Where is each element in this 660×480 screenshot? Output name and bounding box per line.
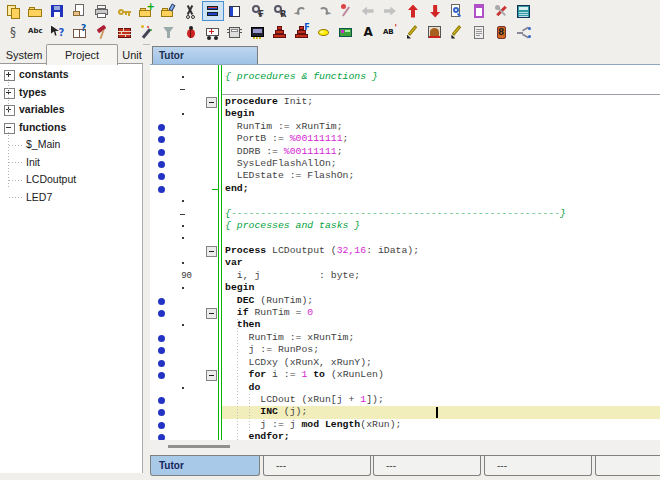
code-line[interactable]: begin xyxy=(150,108,660,120)
calculator-icon[interactable] xyxy=(512,1,534,21)
fold-collapse-icon[interactable] xyxy=(206,97,217,108)
pin-icon[interactable] xyxy=(335,1,357,21)
tree-item-$_Main[interactable]: $_Main xyxy=(0,136,140,154)
code-line[interactable]: j := j mod Length(xRun); xyxy=(150,419,660,431)
arch-window-icon[interactable] xyxy=(424,22,446,42)
tab-system[interactable]: System xyxy=(2,46,46,64)
speaker-icon[interactable]: 8 xyxy=(490,22,512,42)
code-line[interactable]: procedure Init; xyxy=(150,96,660,108)
expand-icon[interactable] xyxy=(4,105,15,116)
print-icon[interactable] xyxy=(91,1,113,21)
tree-item-functions[interactable]: functions xyxy=(0,119,140,137)
bottom-tab-empty[interactable] xyxy=(595,456,660,476)
doc-preview-icon[interactable] xyxy=(446,1,468,21)
magic-wand-icon[interactable] xyxy=(135,22,157,42)
undo-icon[interactable]: ◄ xyxy=(290,1,312,21)
eprom-icon[interactable] xyxy=(224,22,246,42)
tools-icon[interactable] xyxy=(490,1,512,21)
tab-unit[interactable]: Unit xyxy=(115,46,149,64)
tree-item-LCDoutput[interactable]: LCDoutput xyxy=(0,171,140,189)
fold-collapse-icon[interactable] xyxy=(206,246,217,257)
clamp-icon[interactable]: § xyxy=(2,22,24,42)
tree-item-constants[interactable]: constants xyxy=(0,66,140,84)
expand-icon[interactable] xyxy=(4,70,15,81)
code-line[interactable]: RunTim := xRunTim; xyxy=(150,121,660,133)
code-line[interactable]: { procedures & functions } xyxy=(150,71,660,83)
code-line[interactable]: DDRB := %00111111; xyxy=(150,146,660,158)
tree-item-Init[interactable]: Init xyxy=(0,154,140,172)
spellcheck-icon[interactable]: Abc xyxy=(24,22,46,42)
code-line[interactable] xyxy=(150,195,660,207)
tree-item-LED7[interactable]: LED7 xyxy=(0,189,140,207)
save-icon[interactable] xyxy=(46,1,68,21)
code-line[interactable]: Process LCDoutput (32,16: iData); xyxy=(150,245,660,257)
hammer-icon[interactable] xyxy=(91,22,113,42)
pen2-icon[interactable] xyxy=(446,22,468,42)
code-line[interactable]: if RunTim = 0 xyxy=(150,307,660,319)
brick-wall-icon[interactable] xyxy=(113,22,135,42)
tab-tutor[interactable]: Tutor xyxy=(152,46,258,64)
code-line[interactable]: do xyxy=(150,382,660,394)
font-a-icon[interactable]: A xyxy=(357,22,379,42)
fold-collapse-icon[interactable] xyxy=(206,370,217,381)
scrollbar-thumb[interactable] xyxy=(168,445,230,448)
open-folder-icon[interactable] xyxy=(24,1,46,21)
code-line[interactable]: SysLedFlashAllOn; xyxy=(150,158,660,170)
arrow-down-icon[interactable] xyxy=(424,1,446,21)
code-line[interactable] xyxy=(150,232,660,244)
led-yellow-icon[interactable] xyxy=(313,22,335,42)
horizontal-scrollbar[interactable] xyxy=(150,440,660,455)
pen-icon[interactable] xyxy=(401,22,423,42)
lcd-green-icon[interactable] xyxy=(335,22,357,42)
replace-icon[interactable]: R xyxy=(268,1,290,21)
code-line[interactable]: begin xyxy=(150,282,660,294)
code-line[interactable]: INC (j); xyxy=(150,406,660,418)
tree-item-variables[interactable]: variables xyxy=(0,101,140,119)
cut-icon[interactable] xyxy=(180,1,202,21)
key-icon[interactable] xyxy=(113,1,135,21)
tree-item-types[interactable]: types xyxy=(0,84,140,102)
code-line[interactable]: { processes and tasks } xyxy=(150,220,660,232)
window-vertical-icon[interactable] xyxy=(224,1,246,21)
tab-project[interactable]: Project xyxy=(46,44,118,65)
brick-steps-f-icon[interactable]: F xyxy=(290,22,312,42)
code-line[interactable]: LCDout (xRun[j + 1]); xyxy=(150,394,660,406)
folder-add-icon[interactable]: + xyxy=(135,1,157,21)
brick-steps-icon[interactable] xyxy=(268,22,290,42)
redo-icon[interactable]: ► xyxy=(313,1,335,21)
notepad-icon[interactable] xyxy=(468,22,490,42)
bottom-tab----[interactable]: --- xyxy=(373,456,481,476)
arrow-left-icon[interactable] xyxy=(357,1,379,21)
help-book-icon[interactable]: ? xyxy=(69,22,91,42)
code-area[interactable]: { procedures & functions }procedure Init… xyxy=(150,65,660,440)
arrow-up-icon[interactable] xyxy=(401,1,423,21)
code-line[interactable]: end; xyxy=(150,183,660,195)
fork-connector-icon[interactable] xyxy=(512,22,534,42)
bottom-tab----[interactable]: --- xyxy=(484,456,592,476)
code-line[interactable]: DEC (RunTim); xyxy=(150,295,660,307)
find-icon[interactable]: F xyxy=(246,1,268,21)
window-tile-icon[interactable] xyxy=(202,1,224,21)
code-line[interactable]: LEDstate := FlashOn; xyxy=(150,170,660,182)
code-line[interactable]: var xyxy=(150,257,660,269)
send-page-icon[interactable] xyxy=(69,1,91,21)
bottom-tab----[interactable]: --- xyxy=(263,456,371,476)
debug-bug-icon[interactable] xyxy=(180,22,202,42)
copy-files-icon[interactable] xyxy=(2,1,24,21)
code-line[interactable]: then xyxy=(150,319,660,331)
code-line[interactable]: endfor; xyxy=(150,431,660,440)
ambulance-icon[interactable] xyxy=(202,22,224,42)
bottom-tab-Tutor[interactable]: Tutor xyxy=(150,456,260,476)
code-line[interactable]: RunTim := xRunTim; xyxy=(150,332,660,344)
code-line[interactable]: j := RunPos; xyxy=(150,344,660,356)
help-cursor-icon[interactable]: ? xyxy=(46,22,68,42)
code-line[interactable]: for i := 1 to (xRunLen) xyxy=(150,369,660,381)
arrow-right-icon[interactable] xyxy=(379,1,401,21)
memory-chip-icon[interactable] xyxy=(246,22,268,42)
expand-icon[interactable] xyxy=(4,88,15,99)
code-line[interactable]: PortB := %00111111; xyxy=(150,133,660,145)
code-line[interactable]: {---------------------------------------… xyxy=(150,208,660,220)
code-line[interactable]: 90 i, j : byte; xyxy=(150,270,660,282)
fold-collapse-icon[interactable] xyxy=(206,308,217,319)
folder-brush-icon[interactable] xyxy=(157,1,179,21)
